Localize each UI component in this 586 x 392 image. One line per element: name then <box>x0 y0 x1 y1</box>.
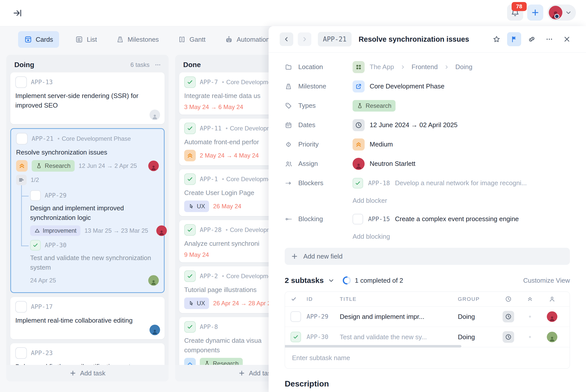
dates-value[interactable]: 12 June 2024 → 02 April 2025 <box>353 119 458 131</box>
customize-view-button[interactable]: Customize View <box>523 277 570 284</box>
priority-medium-icon[interactable] <box>16 160 28 172</box>
subtask-checkbox-checked[interactable] <box>30 240 41 251</box>
avatar-placeholder[interactable] <box>150 110 160 120</box>
clock-chip[interactable] <box>503 311 514 322</box>
column-header-group[interactable]: GROUP <box>458 296 497 302</box>
tab-cards[interactable]: Cards <box>18 31 59 48</box>
subtask-row[interactable]: APP-30 Test and validate the new sy... D… <box>285 327 570 347</box>
task-checkbox[interactable] <box>15 76 27 88</box>
milestone-icon <box>285 83 292 90</box>
star-button[interactable] <box>490 32 504 46</box>
blocking-checkbox[interactable] <box>353 214 363 224</box>
tab-label: Gantt <box>189 36 206 43</box>
clock-column-icon[interactable] <box>505 296 512 303</box>
blocker-checkbox-checked[interactable] <box>353 178 363 188</box>
new-subtask-input[interactable] <box>291 354 563 362</box>
subtask-group[interactable]: Doing <box>458 333 497 341</box>
task-checkbox[interactable] <box>15 347 27 359</box>
task-id-badge[interactable]: APP-21 <box>318 32 352 46</box>
priority-column-icon[interactable] <box>527 296 533 302</box>
subtask-row[interactable]: APP-29 Design and implement impr... Doin… <box>285 307 570 327</box>
blocker-item[interactable]: APP-18 Develop a neural network for imag… <box>353 178 527 188</box>
task-card[interactable]: APP-17 Implement real-time collaborative… <box>10 297 165 339</box>
type-tag-research[interactable]: Research <box>353 100 396 112</box>
breadcrumb[interactable]: The App Frontend Doing <box>353 61 472 73</box>
subtask-count: 1/2 <box>31 176 39 183</box>
assignee-avatar[interactable] <box>547 311 557 322</box>
type-tag-research[interactable]: Research <box>32 160 75 172</box>
add-button[interactable] <box>527 5 543 21</box>
milestone-value[interactable]: Core Development Phase <box>353 80 445 92</box>
clock-icon <box>353 119 365 131</box>
task-checkbox[interactable] <box>16 133 28 144</box>
subtask-checkbox[interactable] <box>30 190 41 201</box>
task-checkbox-checked[interactable] <box>184 321 196 333</box>
blocked-by-arrow-icon <box>285 179 292 187</box>
subtasks-toggle[interactable]: 2 subtasks <box>285 276 335 285</box>
field-label-assign: Assign <box>285 160 353 168</box>
tab-list[interactable]: List <box>72 31 100 48</box>
type-tag-improvement[interactable]: Improvement <box>30 225 80 236</box>
column-header-id[interactable]: ID <box>307 296 340 302</box>
breadcrumb-item[interactable]: Frontend <box>412 63 438 71</box>
task-detail-panel: APP-21 Resolve synchronization issues <box>269 26 586 392</box>
subtask-group[interactable]: Doing <box>458 313 497 321</box>
user-menu[interactable] <box>547 5 576 21</box>
breadcrumb-item[interactable]: The App <box>370 63 394 71</box>
notifications-button[interactable]: 78 <box>507 5 523 21</box>
sidebar-collapse-icon[interactable] <box>12 8 23 19</box>
subtask-card[interactable]: APP-29 Design and implement improved syn… <box>16 189 159 238</box>
task-checkbox-checked[interactable] <box>184 123 196 134</box>
back-button[interactable] <box>280 32 293 46</box>
tab-automation[interactable]: Automation <box>222 31 273 48</box>
tab-gantt[interactable]: Gantt <box>175 31 209 48</box>
assignee-avatar[interactable] <box>156 225 167 236</box>
task-dates: 26 Apr 24 → 28 Apr 24 <box>213 300 274 307</box>
task-card[interactable]: APP-13 Implement server-side rendering (… <box>10 72 165 124</box>
add-new-field-button[interactable]: Add new field <box>285 248 570 265</box>
subtask-checkbox[interactable] <box>290 311 301 322</box>
add-task-button[interactable]: Add task <box>6 365 169 381</box>
copy-link-button[interactable] <box>525 32 539 46</box>
more-button[interactable] <box>542 32 556 46</box>
horizontal-scrollbar[interactable] <box>285 345 461 348</box>
assignee-column-icon[interactable] <box>549 296 556 303</box>
flag-button[interactable] <box>507 32 521 46</box>
task-checkbox-checked[interactable] <box>184 270 196 282</box>
add-blocker-button[interactable]: Add blocker <box>353 197 387 205</box>
chevron-right-icon <box>400 64 406 70</box>
cards-icon <box>24 35 32 43</box>
task-dates: 12 Jun 24 → 2 Apr 25 <box>79 162 137 169</box>
subtask-checkbox-checked[interactable] <box>290 332 301 342</box>
clock-chip[interactable] <box>503 331 514 343</box>
assignee-avatar[interactable] <box>148 161 159 171</box>
priority-value[interactable]: Medium <box>353 138 393 151</box>
breadcrumb-item[interactable]: Doing <box>455 63 472 71</box>
add-blocking-button[interactable]: Add blocking <box>353 233 390 240</box>
close-button[interactable] <box>560 32 574 46</box>
task-id: APP-28 <box>200 226 222 233</box>
type-tag-ux[interactable]: UX <box>184 298 209 309</box>
column-menu-icon[interactable] <box>154 61 162 69</box>
column-header-title[interactable]: TITLE <box>340 296 458 302</box>
priority-empty-dot[interactable] <box>529 316 531 318</box>
assignee-avatar[interactable] <box>148 275 159 286</box>
forward-button[interactable] <box>298 32 311 46</box>
avatar <box>549 6 562 19</box>
priority-medium-icon <box>353 138 365 151</box>
task-checkbox[interactable] <box>15 301 27 313</box>
type-tag-ux[interactable]: UX <box>184 201 209 212</box>
subtask-card[interactable]: APP-30 Test and validate the new synchro… <box>16 238 159 288</box>
plus-icon <box>531 8 540 17</box>
task-checkbox-checked[interactable] <box>184 173 196 185</box>
assignee-value[interactable]: Neutron Starlett <box>353 158 415 170</box>
task-card-selected[interactable]: APP-21 Core Development Phase Resolve sy… <box>10 128 165 293</box>
task-checkbox-checked[interactable] <box>184 76 196 88</box>
tab-milestones[interactable]: Milestones <box>113 31 162 48</box>
assignee-avatar[interactable] <box>150 325 160 335</box>
assignee-avatar[interactable] <box>547 332 557 342</box>
subtask-title: Test and validate the new sy... <box>340 333 458 341</box>
priority-empty-dot[interactable] <box>529 336 531 338</box>
blocking-item[interactable]: APP-15 Create a complex event processing… <box>353 214 519 224</box>
task-checkbox-checked[interactable] <box>184 224 196 236</box>
